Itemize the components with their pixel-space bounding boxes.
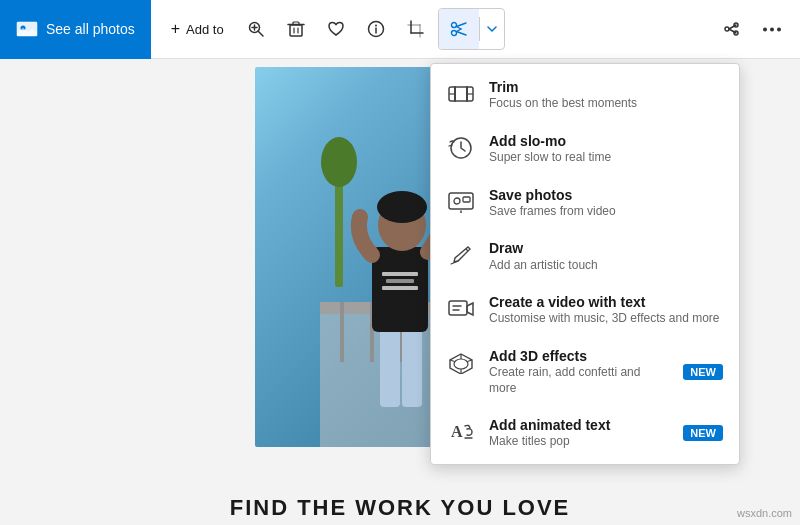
svg-rect-48 <box>382 286 418 290</box>
svg-point-27 <box>725 27 729 31</box>
share-button[interactable] <box>712 9 752 49</box>
svg-point-50 <box>377 191 427 223</box>
3d-effects-desc: Create rain, add confetti and more <box>489 365 665 396</box>
edit-button[interactable] <box>439 9 479 49</box>
3d-effects-text: Add 3D effects Create rain, add confetti… <box>489 347 665 396</box>
svg-line-68 <box>466 249 468 251</box>
animated-text-desc: Make titles pop <box>489 434 665 450</box>
trim-title: Trim <box>489 78 723 96</box>
menu-item-save-photos[interactable]: Save photos Save frames from video <box>431 176 739 230</box>
3d-effects-icon <box>447 349 475 377</box>
trash-icon <box>287 20 305 38</box>
save-photos-title: Save photos <box>489 186 723 204</box>
more-icon <box>763 27 781 32</box>
dropdown-menu: Trim Focus on the best moments Add slo-m… <box>430 63 740 465</box>
svg-point-28 <box>763 27 767 31</box>
svg-line-21 <box>456 23 466 27</box>
draw-text: Draw Add an artistic touch <box>489 239 723 273</box>
add-to-label: Add to <box>186 22 224 37</box>
video-text-icon <box>447 295 475 323</box>
svg-line-24 <box>456 29 461 32</box>
3d-effects-title: Add 3D effects <box>489 347 665 365</box>
svg-point-20 <box>451 31 456 36</box>
main-content: FIND THE WORK YOU LOVE Trim Focus on the… <box>0 59 800 525</box>
svg-text:A: A <box>451 423 463 440</box>
slomo-desc: Super slow to real time <box>489 150 723 166</box>
see-all-photos-label: See all photos <box>46 21 135 37</box>
svg-point-73 <box>454 359 468 369</box>
info-button[interactable] <box>356 9 396 49</box>
svg-rect-43 <box>380 327 400 407</box>
watermark: wsxdn.com <box>737 507 792 519</box>
plus-icon: + <box>171 20 180 38</box>
svg-point-30 <box>777 27 781 31</box>
chevron-down-icon <box>487 26 497 33</box>
menu-item-draw[interactable]: Draw Add an artistic touch <box>431 229 739 283</box>
trim-icon <box>447 80 475 108</box>
video-text-text: Create a video with text Customise with … <box>489 293 723 327</box>
info-icon <box>367 20 385 38</box>
menu-item-trim[interactable]: Trim Focus on the best moments <box>431 68 739 122</box>
svg-rect-66 <box>463 197 470 202</box>
trim-desc: Focus on the best moments <box>489 96 723 112</box>
save-photos-desc: Save frames from video <box>489 204 723 220</box>
save-photos-icon <box>447 188 475 216</box>
see-all-photos-btn[interactable]: See all photos <box>0 0 151 59</box>
photos-icon <box>16 18 38 40</box>
svg-point-14 <box>375 25 377 27</box>
slomo-icon <box>447 134 475 162</box>
edit-chevron-button[interactable] <box>480 9 504 49</box>
animated-text-title: Add animated text <box>489 416 665 434</box>
video-text-desc: Customise with music, 3D effects and mor… <box>489 311 723 327</box>
svg-rect-47 <box>386 279 414 283</box>
zoom-button[interactable] <box>236 9 276 49</box>
heart-icon <box>327 20 345 38</box>
slomo-title: Add slo-mo <box>489 132 723 150</box>
crop-icon <box>407 20 425 38</box>
svg-rect-46 <box>382 272 418 276</box>
more-button[interactable] <box>752 9 792 49</box>
menu-item-animated-text[interactable]: A Add animated text Make titles pop NEW <box>431 406 739 460</box>
animated-text-new-badge: NEW <box>683 425 723 441</box>
svg-rect-7 <box>290 25 302 36</box>
draw-icon <box>447 241 475 269</box>
share-icon <box>723 20 741 38</box>
menu-item-3d-effects[interactable]: Add 3D effects Create rain, add confetti… <box>431 337 739 406</box>
zoom-icon <box>247 20 265 38</box>
video-text-title: Create a video with text <box>489 293 723 311</box>
save-photos-text: Save photos Save frames from video <box>489 186 723 220</box>
photo-caption: FIND THE WORK YOU LOVE <box>230 483 571 525</box>
toolbar-actions: + Add to <box>151 8 792 50</box>
svg-line-4 <box>258 31 263 36</box>
draw-desc: Add an artistic touch <box>489 258 723 274</box>
crop-button[interactable] <box>396 9 436 49</box>
svg-rect-44 <box>402 327 422 407</box>
draw-title: Draw <box>489 239 723 257</box>
svg-point-29 <box>770 27 774 31</box>
menu-item-video-text[interactable]: Create a video with text Customise with … <box>431 283 739 337</box>
svg-point-19 <box>451 23 456 28</box>
svg-point-65 <box>454 198 460 204</box>
menu-item-slomo[interactable]: Add slo-mo Super slow to real time <box>431 122 739 176</box>
toolbar: See all photos + Add to <box>0 0 800 59</box>
delete-button[interactable] <box>276 9 316 49</box>
svg-rect-9 <box>293 22 299 25</box>
scissors-icon <box>450 20 468 38</box>
animated-text-text: Add animated text Make titles pop <box>489 416 665 450</box>
favorite-button[interactable] <box>316 9 356 49</box>
3d-effects-new-badge: NEW <box>683 364 723 380</box>
svg-point-33 <box>321 137 357 187</box>
svg-line-22 <box>456 32 466 36</box>
trim-text: Trim Focus on the best moments <box>489 78 723 112</box>
slomo-text: Add slo-mo Super slow to real time <box>489 132 723 166</box>
edit-group <box>438 8 505 50</box>
animated-text-icon: A <box>447 418 475 446</box>
svg-rect-38 <box>340 302 344 362</box>
svg-rect-69 <box>449 301 467 315</box>
add-to-button[interactable]: + Add to <box>159 11 236 47</box>
